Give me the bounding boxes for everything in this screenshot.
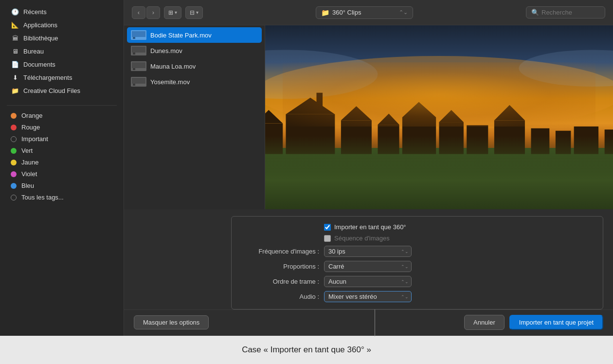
tag-label: Tous les tags... <box>21 194 64 201</box>
svg-rect-28 <box>402 117 436 154</box>
frame-rate-row: Fréquence d'images : 30 ips <box>241 246 593 257</box>
sidebar-tag-orange[interactable]: Orange <box>3 110 121 121</box>
cancel-button[interactable]: Annuler <box>464 315 505 330</box>
forward-button[interactable]: › <box>146 6 160 19</box>
audio-select[interactable]: Mixer vers stéréo <box>324 291 412 302</box>
sidebar-tags: Orange Rouge Important Vert Jaune Violet… <box>0 109 124 203</box>
import-button[interactable]: Importer en tant que projet <box>509 315 603 330</box>
file-item-yosemite[interactable]: Yosemite.mov <box>124 74 265 90</box>
back-button[interactable]: ‹ <box>132 6 145 19</box>
sidebar-item-recents[interactable]: 🕐 Récents <box>3 5 121 18</box>
hide-options-button[interactable]: Masquer les options <box>134 315 209 329</box>
audio-select-wrapper: Mixer vers stéréo <box>324 291 412 302</box>
sidebar-item-label: Récents <box>23 8 47 16</box>
sidebar-tag-tous-les-tags[interactable]: Tous les tags... <box>3 192 121 203</box>
preview-area <box>265 25 613 209</box>
svg-marker-31 <box>439 110 464 122</box>
folder-name: 360° Clips <box>332 9 361 16</box>
tag-dot-violet <box>11 171 17 177</box>
sidebar-item-applications[interactable]: 📐 Applications <box>3 18 121 31</box>
sidebar-item-bureau[interactable]: 🖥 Bureau <box>3 45 121 57</box>
file-thumb-bodie <box>131 30 146 40</box>
svg-rect-33 <box>494 120 525 154</box>
sidebar-tag-violet[interactable]: Violet <box>3 168 121 180</box>
audio-label: Audio : <box>241 293 319 300</box>
svg-marker-34 <box>494 105 525 121</box>
recents-icon: 🕐 <box>11 7 19 16</box>
file-name: Mauna Loa.mov <box>150 63 196 70</box>
column-view-button[interactable]: ⊞ ▾ <box>164 6 181 19</box>
sidebar-item-label: Bureau <box>23 48 44 55</box>
svg-rect-36 <box>556 131 571 154</box>
field-order-select[interactable]: Aucun <box>324 276 412 287</box>
folder-selector[interactable]: 📁 360° Clips ⌃⌄ <box>316 6 413 19</box>
svg-marker-25 <box>341 106 372 120</box>
sidebar-item-telechargements[interactable]: ⬇ Téléchargements <box>3 71 121 84</box>
tag-label: Bleu <box>21 182 34 189</box>
file-name: Dunes.mov <box>150 47 182 55</box>
sidebar-tag-bleu[interactable]: Bleu <box>3 180 121 191</box>
tag-dot-empty-important <box>11 136 17 142</box>
svg-rect-2 <box>133 37 135 39</box>
svg-rect-19 <box>265 124 283 154</box>
column-view-chevron: ▾ <box>175 10 177 15</box>
bureau-icon: 🖥 <box>11 47 19 55</box>
audio-row: Audio : Mixer vers stéréo <box>241 291 593 302</box>
svg-rect-38 <box>605 129 613 154</box>
annotation-text: Case « Importer en tant que 360° » <box>242 345 371 355</box>
image-sequence-checkbox[interactable] <box>324 235 331 242</box>
tag-dot-bleu <box>11 183 17 189</box>
proportions-select[interactable]: Carré <box>324 261 412 272</box>
svg-rect-10 <box>132 78 145 84</box>
svg-rect-21 <box>286 114 335 154</box>
svg-rect-24 <box>341 120 372 154</box>
frame-rate-select[interactable]: 30 ips <box>324 246 412 257</box>
grid-view-button[interactable]: ⊟ ▾ <box>185 6 203 19</box>
file-item-bodie[interactable]: Bodie State Park.mov <box>127 27 262 43</box>
file-item-mauna-loa[interactable]: Mauna Loa.mov <box>124 58 265 74</box>
sidebar-tag-jaune[interactable]: Jaune <box>3 157 121 168</box>
import-360-checkbox[interactable] <box>324 224 331 231</box>
sidebar-item-label: Bibliothèque <box>23 35 58 42</box>
search-box: 🔍 <box>526 6 605 18</box>
main-area: ‹ › ⊞ ▾ ⊟ ▾ 📁 360° Clips ⌃⌄ <box>124 0 613 336</box>
file-name: Yosemite.mov <box>150 78 190 86</box>
tag-dot-vert <box>11 148 17 154</box>
field-order-label: Ordre de trame : <box>241 278 319 285</box>
sidebar-item-bibliotheque[interactable]: 🏛 Bibliothèque <box>3 32 121 44</box>
svg-rect-13 <box>265 148 613 209</box>
sidebar-item-documents[interactable]: 📄 Documents <box>3 58 121 71</box>
tag-dot-rouge <box>11 125 17 130</box>
sidebar-tag-rouge[interactable]: Rouge <box>3 122 121 133</box>
telechargements-icon: ⬇ <box>11 73 19 82</box>
svg-rect-32 <box>467 125 488 154</box>
tag-label: Violet <box>21 170 37 178</box>
applications-icon: 📐 <box>11 20 19 29</box>
file-item-dunes[interactable]: Dunes.mov <box>124 43 265 58</box>
tag-label: Rouge <box>21 124 40 131</box>
sidebar-divider <box>7 105 117 106</box>
svg-rect-11 <box>133 84 135 86</box>
sidebar-tag-vert[interactable]: Vert <box>3 145 121 156</box>
grid-view-icon: ⊟ <box>190 9 195 16</box>
sidebar-item-label: Documents <box>23 61 55 68</box>
grid-view-chevron: ▾ <box>196 10 198 15</box>
svg-rect-5 <box>133 53 135 55</box>
folder-icon: 📁 <box>321 9 329 17</box>
sidebar-tag-important[interactable]: Important <box>3 133 121 145</box>
import-360-label[interactable]: Importer en tant que 360° <box>334 223 406 231</box>
bibliotheque-icon: 🏛 <box>11 34 19 42</box>
folder-selector-chevron: ⌃⌄ <box>399 9 408 16</box>
sidebar-item-creative-cloud-files[interactable]: 📁 Creative Cloud Files <box>3 84 121 97</box>
tag-label: Important <box>21 135 48 143</box>
bottom-bar: Masquer les options Annuler Importer en … <box>124 309 613 336</box>
svg-point-14 <box>265 56 613 129</box>
frame-rate-select-wrapper: 30 ips <box>324 246 412 257</box>
tag-dot-empty-tous-les-tags <box>11 195 17 200</box>
annotation-area: Case « Importer en tant que 360° » <box>0 336 613 364</box>
file-thumb-dunes <box>131 46 146 55</box>
svg-marker-27 <box>378 113 399 125</box>
proportions-label: Proportions : <box>241 263 319 270</box>
options-inner: Importer en tant que 360° Séquence d'ima… <box>231 216 603 309</box>
search-input[interactable] <box>541 9 600 16</box>
